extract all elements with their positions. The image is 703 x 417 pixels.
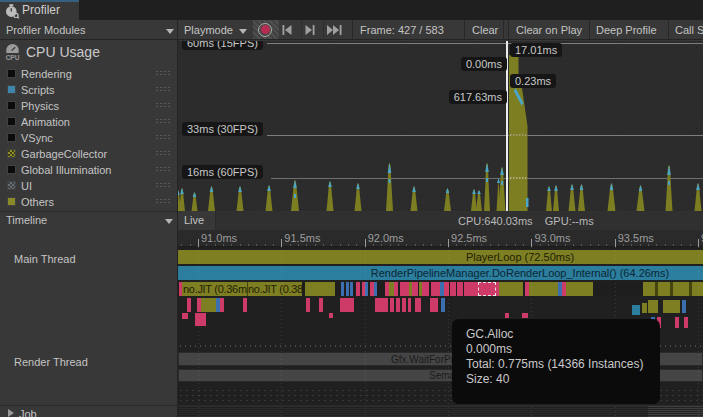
svg-text:CPU: CPU (6, 54, 20, 61)
